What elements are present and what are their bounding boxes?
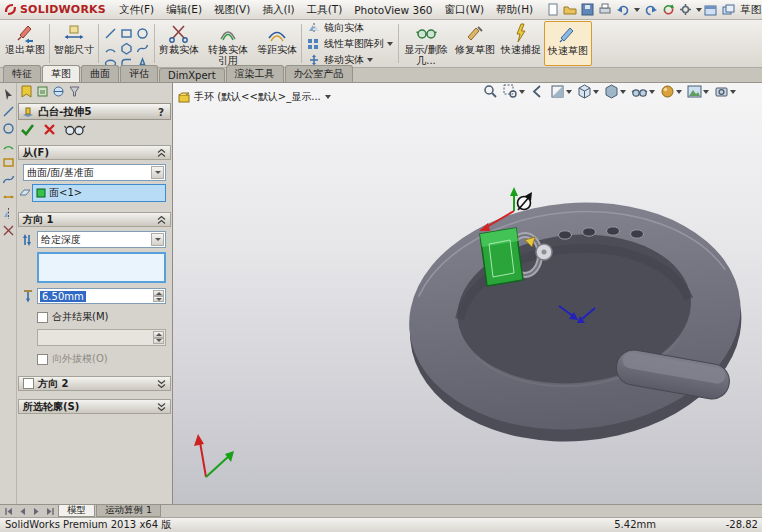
pm-tab-display-icon[interactable] <box>52 85 65 98</box>
end-condition-dropdown[interactable]: 给定深度 <box>37 231 166 248</box>
zoom-dropdown-arrow-icon[interactable] <box>519 90 525 94</box>
tab-surfaces[interactable]: 曲面 <box>81 65 119 82</box>
menu-tools[interactable]: 工具(T) <box>302 2 348 18</box>
menu-insert[interactable]: 插入(I) <box>257 2 299 18</box>
offset-entities-button[interactable]: 等距实体 <box>254 21 300 66</box>
polygon-tool-icon[interactable] <box>120 42 133 55</box>
quick-snaps-button[interactable]: 快速捕捉 <box>498 21 544 66</box>
rebuild-icon[interactable] <box>662 3 675 16</box>
convert-entities-button[interactable]: 转换实体引用 <box>202 21 254 66</box>
pm-help-button[interactable]: ? <box>155 106 167 118</box>
draft-outward-checkbox[interactable] <box>37 354 48 365</box>
menu-photoview360[interactable]: PhotoView 360 <box>349 3 437 17</box>
view-settings-icon[interactable] <box>714 84 729 99</box>
undo-icon[interactable] <box>616 3 630 16</box>
pm-tab-properties-icon[interactable] <box>20 85 33 98</box>
arc-tool-icon[interactable] <box>2 139 15 152</box>
view-settings-dropdown-arrow-icon[interactable] <box>730 90 736 94</box>
wristband-band[interactable] <box>400 189 751 455</box>
save-icon[interactable] <box>581 3 594 16</box>
linear-sketch-pattern-button[interactable]: 线性草图阵列 <box>307 37 393 51</box>
menu-view[interactable]: 视图(V) <box>209 2 255 18</box>
from-type-dropdown[interactable]: 曲面/面/基准面 <box>23 164 166 181</box>
last-tab-button[interactable] <box>45 507 55 516</box>
flyout-feature-tree[interactable]: 手环 (默认<<默认>_显示... <box>178 90 331 104</box>
circle-tool-icon[interactable] <box>2 122 15 135</box>
appearance-dropdown-arrow-icon[interactable] <box>676 90 682 94</box>
tab-office-products[interactable]: 办公室产品 <box>285 65 353 82</box>
expand-chevron-icon[interactable] <box>157 403 166 411</box>
section-dropdown-arrow-icon[interactable] <box>566 90 572 94</box>
rapid-sketch-button[interactable]: 快速草图 <box>544 21 592 66</box>
line-tool-icon[interactable] <box>104 27 117 40</box>
window-icon[interactable] <box>704 4 717 16</box>
tab-features[interactable]: 特征 <box>3 65 41 82</box>
pm-ok-button[interactable] <box>20 123 35 136</box>
dropdown-arrow-icon[interactable] <box>151 233 164 246</box>
direction-reference-box[interactable] <box>37 252 166 283</box>
tab-render-tools[interactable]: 渲染工具 <box>226 65 284 82</box>
tree-expand-arrow-icon[interactable] <box>325 95 331 99</box>
graphics-area[interactable]: 手环 (默认<<默认>_显示... <box>173 83 762 504</box>
section-selected-contours-header[interactable]: 所选轮廓(S) <box>18 399 171 414</box>
next-tab-button[interactable] <box>32 507 40 516</box>
circle-tool-icon[interactable] <box>136 27 149 40</box>
dimension-tool-icon[interactable] <box>2 190 15 203</box>
hide-show-items-icon[interactable] <box>631 84 648 99</box>
depth-spinner[interactable]: 6.50mm <box>37 288 166 304</box>
menu-help[interactable]: 帮助(H) <box>491 2 538 18</box>
trim-entities-button[interactable]: 剪裁实体 <box>156 21 202 66</box>
hide-show-dropdown-arrow-icon[interactable] <box>649 90 655 94</box>
pm-detailed-preview-button[interactable] <box>64 123 86 136</box>
view-orientation-icon[interactable] <box>577 84 592 99</box>
section-view-icon[interactable] <box>550 84 565 99</box>
zoom-fit-icon[interactable] <box>483 84 498 99</box>
display-delete-relations-button[interactable]: 显示/删除几... <box>400 21 452 66</box>
smart-dimension-button[interactable]: 智能尺寸 <box>51 21 97 66</box>
tab-motion-study[interactable]: 运动算例 1 <box>96 505 161 517</box>
tab-sketch[interactable]: 草图 <box>42 65 80 82</box>
edit-appearance-icon[interactable] <box>660 84 675 99</box>
move-entities-dropdown-arrow-icon[interactable] <box>367 58 373 62</box>
mirror-entities-button[interactable]: 镜向实体 <box>307 21 393 35</box>
collapse-chevron-icon[interactable] <box>157 216 166 224</box>
section-direction1-header[interactable]: 方向 1 <box>18 212 171 227</box>
depth-spin-buttons[interactable] <box>153 290 164 302</box>
pm-tab-configurations-icon[interactable] <box>36 85 49 98</box>
zoom-area-icon[interactable] <box>503 84 518 99</box>
undo-dropdown-arrow-icon[interactable] <box>634 8 640 12</box>
expand-chevron-icon[interactable] <box>157 380 166 388</box>
merge-result-checkbox[interactable] <box>37 312 48 323</box>
open-folder-icon[interactable] <box>563 3 577 16</box>
arc-tool-icon[interactable] <box>104 42 117 55</box>
repair-sketch-button[interactable]: 修复草图 <box>452 21 498 66</box>
pm-tab-filter-icon[interactable] <box>68 85 81 98</box>
tab-dimxpert[interactable]: DimXpert <box>159 68 225 82</box>
section-from-header[interactable]: 从(F) <box>18 145 171 160</box>
tab-model[interactable]: 模型 <box>58 505 95 517</box>
spline-tool-icon[interactable] <box>136 42 149 55</box>
dropdown-arrow-icon[interactable] <box>151 166 164 179</box>
trim-tool-icon[interactable] <box>2 224 15 237</box>
rect-tool-icon[interactable] <box>2 156 15 169</box>
linear-pattern-dropdown-arrow-icon[interactable] <box>387 42 393 46</box>
options-gear-icon[interactable] <box>679 3 692 16</box>
direction2-checkbox[interactable] <box>23 378 34 389</box>
apply-scene-icon[interactable] <box>687 84 702 99</box>
print-icon[interactable] <box>598 3 612 16</box>
spline-tool-icon[interactable] <box>2 173 15 186</box>
pm-cancel-button[interactable] <box>43 123 56 136</box>
orientation-dropdown-arrow-icon[interactable] <box>593 90 599 94</box>
menu-edit[interactable]: 编辑(E) <box>161 2 207 18</box>
menu-window[interactable]: 窗口(W) <box>440 2 490 18</box>
reverse-direction-icon[interactable] <box>20 233 34 247</box>
display-style-icon[interactable] <box>604 84 619 99</box>
display-style-dropdown-arrow-icon[interactable] <box>620 90 626 94</box>
mirror-tool-icon[interactable] <box>2 207 15 220</box>
collapse-chevron-icon[interactable] <box>157 149 166 157</box>
exit-sketch-button[interactable]: 退出草图 <box>2 21 48 66</box>
first-tab-button[interactable] <box>4 507 14 516</box>
draft-angle-spinner[interactable] <box>37 329 166 346</box>
prev-tab-button[interactable] <box>19 507 27 516</box>
menu-file[interactable]: 文件(F) <box>114 2 159 18</box>
